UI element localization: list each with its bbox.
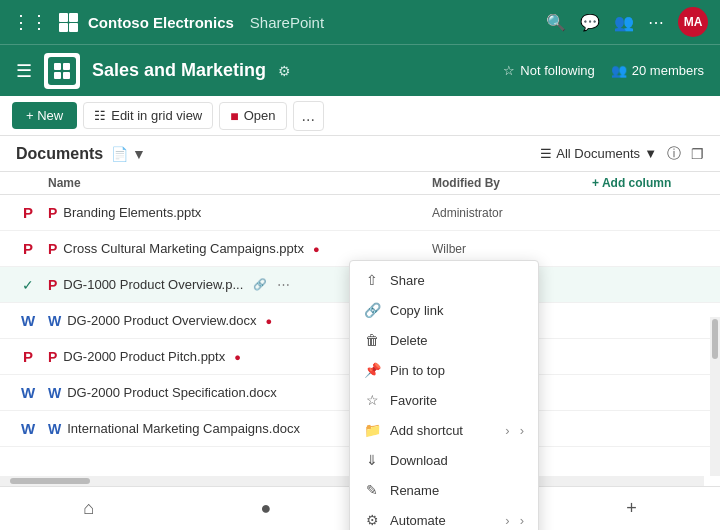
not-following-button[interactable]: ☆ Not following [503,63,594,78]
star-icon: ☆ [503,63,515,78]
menu-item-download[interactable]: ⇓ Download [350,445,538,475]
waffle-icon[interactable]: ⋮⋮ [12,11,48,33]
all-docs-label: All Documents [556,146,640,161]
chat-icon[interactable]: 💬 [580,13,600,32]
scrollbar-vertical[interactable] [710,317,720,476]
file-name-text[interactable]: DG-2000 Product Overview.docx [67,313,256,328]
members-label: 20 members [632,63,704,78]
context-menu: ⇧ Share 🔗 Copy link 🗑 Delete 📌 Pin to to… [349,260,539,530]
menu-item-share[interactable]: ⇧ Share [350,265,538,295]
menu-item-favorite[interactable]: ☆ Favorite [350,385,538,415]
svg-rect-0 [59,13,68,22]
file-name-text[interactable]: Branding Elements.pptx [63,205,201,220]
info-icon[interactable]: ⓘ [667,145,681,163]
add-column-button[interactable]: + Add column [592,176,712,190]
file-icon-inline: P [48,277,57,293]
more-nav-icon[interactable]: ⋯ [648,13,664,32]
menu-item-copy-link[interactable]: 🔗 Copy link [350,295,538,325]
file-icon-inline: P [48,349,57,365]
submenu-arrow: › [505,513,509,528]
list-icon: ☰ [540,146,552,161]
file-icon: ✓ [8,277,48,293]
file-icon: W [8,384,48,401]
delete-label: Delete [390,333,524,348]
edit-grid-button[interactable]: ☷ Edit in grid view [83,102,213,129]
file-icon: W [8,312,48,329]
site-logo [44,53,80,89]
doc-header: Documents 📄 ▼ ☰ All Documents ▼ ⓘ ❐ [0,136,720,172]
error-icon: ● [266,315,273,327]
favorite-icon: ☆ [364,392,380,408]
svg-rect-4 [54,63,61,70]
top-nav-bar: ⋮⋮ Contoso Electronics SharePoint 🔍 💬 👥 … [0,0,720,44]
more-toolbar-button[interactable]: ... [293,101,324,131]
scrollbar-thumb-h[interactable] [10,478,90,484]
search-icon[interactable]: 🔍 [546,13,566,32]
doc-title: Documents [16,145,103,163]
menu-item-add-shortcut[interactable]: 📁 Add shortcut › [350,415,538,445]
favorite-label: Favorite [390,393,524,408]
open-button[interactable]: ■ Open [219,102,286,130]
file-type-icon: W [21,420,35,437]
top-nav-right: 🔍 💬 👥 ⋯ MA [546,7,708,37]
file-type-icon: W [21,384,35,401]
file-name-text[interactable]: Cross Cultural Marketing Campaigns.pptx [63,241,304,256]
members-button[interactable]: 👥 20 members [611,63,704,78]
bottom-nav-home[interactable]: ⌂ [67,490,110,527]
menu-item-automate[interactable]: ⚙ Automate › [350,505,538,530]
menu-item-pin-to-top[interactable]: 📌 Pin to top [350,355,538,385]
settings-icon[interactable]: ⚙ [278,63,291,79]
file-area: Name Modified By + Add column P P Brandi… [0,172,720,530]
file-icon: W [8,420,48,437]
svg-rect-1 [69,13,78,22]
header-modified[interactable]: Modified By [432,176,592,190]
new-button[interactable]: + New [12,102,77,129]
share-nav-icon[interactable]: 👥 [614,13,634,32]
share-label: Share [390,273,524,288]
grid-icon: ☷ [94,108,106,123]
bottom-nav-globe[interactable]: ● [245,490,288,527]
file-list-header: Name Modified By + Add column [0,172,720,195]
file-name-text[interactable]: DG-1000 Product Overview.p... [63,277,243,292]
more-row-icon[interactable]: ⋯ [277,277,290,292]
site-logo-svg [52,61,72,81]
file-name-text[interactable]: International Marketing Campaigns.docx [67,421,300,436]
file-name: P Cross Cultural Marketing Campaigns.ppt… [48,241,432,257]
pin-to-top-icon: 📌 [364,362,380,378]
bottom-nav-plus[interactable]: + [610,490,653,527]
scrollbar-thumb-v[interactable] [712,319,718,359]
svg-rect-5 [63,63,70,70]
file-icon-inline: W [48,313,61,329]
menu-item-delete[interactable]: 🗑 Delete [350,325,538,355]
header-right: ☆ Not following 👥 20 members [503,63,704,78]
expand-icon[interactable]: ❐ [691,146,704,162]
file-type-icon: P [23,348,33,365]
menu-item-rename[interactable]: ✎ Rename [350,475,538,505]
modified-by: Administrator [432,206,592,220]
header-name[interactable]: Name [48,176,432,190]
modified-by: Wilber [432,242,592,256]
pin-to-top-label: Pin to top [390,363,524,378]
error-icon: ● [313,243,320,255]
not-following-label: Not following [520,63,594,78]
main-content: + New ☷ Edit in grid view ■ Open ... Doc… [0,96,720,530]
avatar[interactable]: MA [678,7,708,37]
contoso-logo [58,12,78,32]
rename-icon: ✎ [364,482,380,498]
open-label: Open [244,108,276,123]
person-icon: 👥 [611,63,627,78]
file-name-text[interactable]: DG-2000 Product Specification.docx [67,385,277,400]
hamburger-icon[interactable]: ☰ [16,60,32,82]
view-icon[interactable]: 📄 ▼ [111,146,146,162]
all-docs-button[interactable]: ☰ All Documents ▼ [540,146,657,161]
share-icon: ⇧ [364,272,380,288]
file-type-icon: P [23,204,33,221]
file-name-text[interactable]: DG-2000 Product Pitch.pptx [63,349,225,364]
file-row[interactable]: P P Branding Elements.pptx Administrator [0,195,720,231]
file-icon-inline: P [48,205,57,221]
sharepoint-label: SharePoint [250,14,324,31]
copy-link-label: Copy link [390,303,524,318]
toolbar: + New ☷ Edit in grid view ■ Open ... [0,96,720,136]
share-row-icon[interactable]: 🔗 [253,278,267,291]
add-shortcut-label: Add shortcut [390,423,495,438]
